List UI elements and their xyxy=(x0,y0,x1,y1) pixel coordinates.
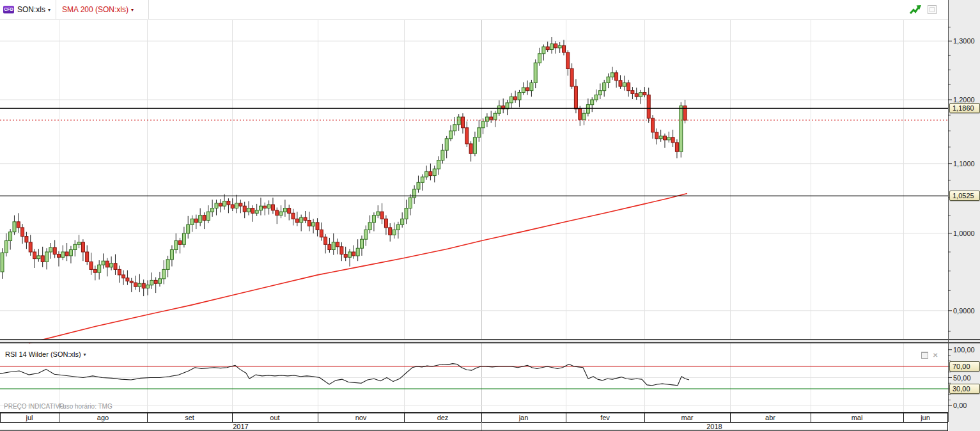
trade-arrow-icon[interactable] xyxy=(909,4,922,15)
chevron-down-icon[interactable]: ▾ xyxy=(131,7,134,13)
rsi-panel-buttons: ✕ xyxy=(921,352,938,359)
window-icon[interactable] xyxy=(928,5,937,14)
sma-indicator-selector[interactable]: SMA 200 (SON:xls) ▾ xyxy=(56,0,149,19)
sma-indicator-label[interactable]: SMA 200 (SON:xls) xyxy=(62,5,128,14)
timezone-status: Fuso horário: TMG xyxy=(59,403,113,410)
indicative-price-status: PREÇO INDICATIVO xyxy=(4,403,65,410)
instrument-selector[interactable]: CFD SON:xls ▾ xyxy=(0,0,56,19)
chevron-down-icon[interactable]: ▾ xyxy=(48,7,51,13)
restore-window-icon[interactable] xyxy=(921,352,928,359)
chart-toolbar: CFD SON:xls ▾ SMA 200 (SON:xls) ▾ xyxy=(0,0,948,20)
rsi-title[interactable]: RSI 14 Wilder (SON:xls) xyxy=(5,350,81,358)
toolbar-icons xyxy=(909,4,937,15)
cfd-badge: CFD xyxy=(3,6,14,13)
trading-app-window: 1,30001,20001,10001,00000,9000100,0050,0… xyxy=(0,0,980,431)
close-icon[interactable]: ✕ xyxy=(933,352,938,359)
rsi-indicator-selector[interactable]: RSI 14 Wilder (SON:xls) ▾ xyxy=(5,350,86,358)
chevron-down-icon[interactable]: ▾ xyxy=(84,352,86,357)
instrument-label[interactable]: SON:xls xyxy=(17,5,45,14)
chart-canvas[interactable] xyxy=(0,0,980,431)
